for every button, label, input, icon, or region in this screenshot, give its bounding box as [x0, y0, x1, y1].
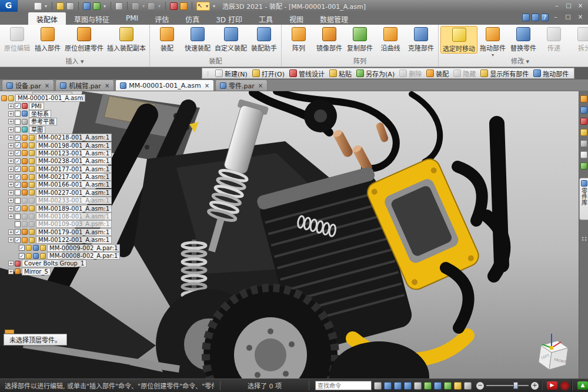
along-curve-button[interactable]: 沿曲线 [375, 26, 406, 52]
toolbar-grip-dots[interactable]: ∙∙∙∙ [582, 237, 586, 241]
checkbox[interactable]: ✓ [15, 135, 21, 141]
tab-tools[interactable]: 工具 [250, 12, 281, 25]
expand-icon[interactable]: + [8, 158, 14, 164]
tree-item-pmi[interactable]: +✓PMI [8, 102, 120, 109]
expand-icon[interactable]: + [8, 111, 14, 117]
named-views-icon[interactable] [444, 382, 452, 390]
prompt-handle[interactable] [5, 330, 14, 334]
checkbox[interactable]: ✓ [15, 166, 21, 172]
tab-pmi[interactable]: PMI [118, 12, 146, 25]
pan-icon[interactable] [414, 382, 422, 390]
open-button[interactable]: 打开(O) [252, 69, 285, 78]
move-when-selected-button[interactable]: 选定时移动 [440, 26, 477, 54]
redo-icon[interactable] [148, 2, 155, 10]
doc-restore-button[interactable]: □ [563, 13, 573, 21]
new-button[interactable]: 新建(N) [215, 69, 248, 78]
tree-item[interactable]: +✓MM-00189-001_A.asm:1 [8, 204, 120, 212]
layers-icon[interactable] [580, 162, 587, 170]
tree-item[interactable]: +MM-00108-001_A.asm:1 [8, 212, 120, 220]
rotate-icon[interactable] [424, 382, 432, 390]
insert-assembly-copy-button[interactable]: 插入装配副本 [105, 26, 148, 52]
pin-icon[interactable] [580, 95, 587, 102]
expand-icon[interactable]: + [8, 174, 14, 180]
minimize-button[interactable]: – [552, 2, 562, 10]
help-icon[interactable] [580, 107, 587, 114]
tree-item[interactable]: +✓MM-00122-001_A.asm:1 [8, 236, 120, 244]
copy-parts-button[interactable]: 复制部件 [345, 26, 375, 52]
checkbox[interactable]: ✓ [15, 182, 21, 188]
tree-item[interactable]: +✓MM-00179-001_A.asm:1 [8, 228, 120, 236]
expand-icon[interactable]: + [8, 143, 14, 148]
save-all-icon[interactable] [93, 2, 101, 10]
checkbox[interactable]: ✓ [15, 142, 21, 148]
sheet-views-icon[interactable] [464, 382, 472, 390]
assembly-assistant-button[interactable]: 装配助手 [249, 26, 279, 52]
new-file-icon[interactable] [34, 2, 42, 10]
doc-tab-lingjian[interactable]: 零件.par× [215, 79, 268, 91]
tree-item[interactable]: +MM-00109-003_A.psm:1 [8, 220, 120, 228]
tree-item-refplanes[interactable]: +参考平面 [8, 118, 120, 125]
expand-icon[interactable]: + [8, 135, 14, 140]
customize-caret[interactable]: ▾ [213, 4, 215, 9]
expand-icon[interactable]: + [8, 182, 14, 187]
checkbox[interactable]: ✓ [15, 237, 21, 243]
tree-item[interactable]: +MM-00227-001_A.asm:1 [8, 189, 120, 197]
new-file-caret[interactable]: ▾ [45, 4, 47, 9]
clone-parts-button[interactable]: 克隆部件 [406, 26, 436, 52]
expand-icon[interactable]: + [8, 190, 14, 195]
style-icon-1[interactable] [522, 14, 530, 21]
paste-button[interactable]: 粘贴 [329, 69, 352, 78]
checkbox[interactable]: ✓ [19, 253, 25, 259]
undo-icon[interactable] [132, 2, 139, 10]
drag-parts-button[interactable]: 拖动部件 [533, 69, 569, 78]
transfer-button[interactable]: 传递 [539, 26, 569, 52]
capture-button[interactable]: ▲ [577, 381, 588, 390]
tree-item-group[interactable]: +Cover Bolts Group_1 [8, 260, 120, 267]
tree-item[interactable]: +✓MM-00123-001_A.asm:1 [8, 150, 120, 157]
checkbox[interactable]: ✓ [15, 174, 21, 180]
tab-3d-print[interactable]: 3D 打印 [208, 12, 250, 25]
tree-item-part[interactable]: ✓MM-00008-002_A.par:1 [19, 252, 120, 260]
return-view-icon[interactable] [374, 382, 382, 390]
tab-assembly[interactable]: 装配体 [28, 12, 66, 25]
pipe-design-button[interactable]: 管线设计 [289, 69, 325, 78]
checkbox[interactable] [15, 198, 21, 204]
create-part-in-place-button[interactable]: 原位创建零件 [63, 26, 105, 52]
mirror-parts-button[interactable]: 镜像部件 [314, 26, 345, 52]
checkbox[interactable]: ✓ [15, 158, 21, 164]
tree-item[interactable]: +✓MM-00218-001_A.asm:1 [8, 134, 120, 141]
theme-icon-1[interactable] [170, 2, 178, 10]
expand-icon[interactable]: + [8, 167, 14, 172]
tutorial-icon[interactable] [580, 118, 587, 125]
select-tool-button[interactable]: ↖▾ [196, 2, 210, 11]
standard-parts-icon[interactable] [580, 129, 587, 136]
tab-close-icon[interactable]: × [205, 82, 209, 89]
checkbox[interactable]: ✓ [15, 103, 21, 109]
select-caret[interactable]: ▾ [206, 4, 208, 9]
attach-icon[interactable] [66, 2, 74, 10]
tab-view[interactable]: 视图 [281, 12, 312, 25]
view-styles-icon[interactable] [454, 382, 462, 390]
expand-icon[interactable]: + [8, 269, 14, 274]
checkbox[interactable] [15, 127, 21, 132]
expand-icon[interactable]: + [8, 214, 14, 219]
tab-close-icon[interactable]: × [258, 82, 263, 89]
zoom-slider-track[interactable] [486, 385, 529, 386]
record-button[interactable] [560, 381, 569, 390]
doc-tab-jixiebi[interactable]: 机械臂.par× [55, 79, 114, 91]
close-button[interactable]: × [575, 2, 586, 10]
tree-item[interactable]: +MM-00233-001_A.asm:1 [8, 197, 120, 204]
tab-simulation[interactable]: 仿真 [177, 12, 208, 25]
restore-button[interactable]: □ [563, 2, 574, 10]
expand-icon[interactable]: + [8, 230, 14, 235]
tab-data-management[interactable]: 数据管理 [312, 12, 356, 25]
tree-item-mirror[interactable]: +Mirror_5 [8, 268, 120, 275]
hide-button[interactable]: 隐藏 [453, 69, 476, 78]
zoom-in-button[interactable]: + [531, 382, 539, 390]
face-view-icon[interactable] [434, 382, 442, 390]
checkbox[interactable]: ✓ [15, 205, 21, 211]
expand-icon[interactable]: + [8, 198, 14, 203]
help-icon[interactable]: ? [541, 14, 549, 21]
tree-item[interactable]: +✓MM-00217-001_A.asm:1 [8, 173, 120, 181]
checkbox[interactable]: ✓ [15, 150, 21, 156]
